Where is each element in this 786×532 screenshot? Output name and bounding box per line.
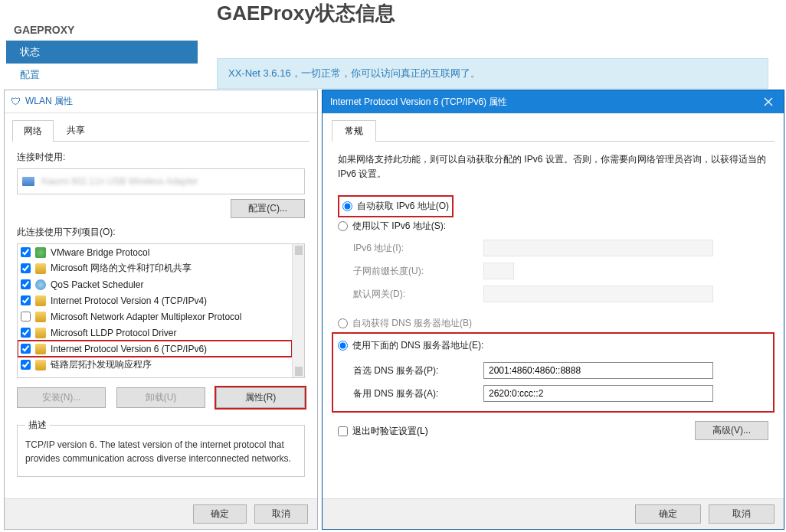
list-item[interactable]: Internet Protocol Version 4 (TCP/IPv4) bbox=[18, 292, 292, 308]
list-item-label: Internet Protocol Version 4 (TCP/IPv4) bbox=[51, 295, 207, 306]
close-icon[interactable] bbox=[753, 90, 784, 113]
component-icon bbox=[35, 312, 46, 322]
list-item-label: Microsoft 网络的文件和打印机共享 bbox=[51, 262, 192, 275]
dns-section-highlight: 使用下面的 DNS 服务器地址(E): 首选 DNS 服务器(P): 备用 DN… bbox=[332, 332, 775, 413]
configure-button[interactable]: 配置(C)... bbox=[231, 199, 305, 218]
gateway-input bbox=[483, 286, 713, 302]
properties-button[interactable]: 属性(R) bbox=[216, 387, 305, 408]
radio-manual-dns[interactable]: 使用下面的 DNS 服务器地址(E): bbox=[338, 337, 768, 354]
list-item-label: Microsoft LLDP Protocol Driver bbox=[51, 328, 177, 338]
list-item-checkbox[interactable] bbox=[21, 295, 31, 305]
preferred-dns-label: 首选 DNS 服务器(P): bbox=[353, 364, 483, 377]
validate-checkbox[interactable] bbox=[338, 426, 348, 436]
prefix-length-input bbox=[483, 263, 514, 279]
list-item[interactable]: Microsoft LLDP Protocol Driver bbox=[18, 325, 292, 341]
wlan-cancel-button[interactable]: 取消 bbox=[254, 504, 308, 524]
list-item[interactable]: QoS Packet Scheduler bbox=[18, 276, 292, 292]
list-item-checkbox[interactable] bbox=[21, 328, 31, 338]
list-item-label: VMware Bridge Protocol bbox=[51, 247, 149, 258]
radio-manual-address-label: 使用以下 IPv6 地址(S): bbox=[352, 220, 446, 233]
adapter-icon bbox=[22, 177, 34, 186]
ipv6-address-input bbox=[483, 240, 713, 256]
alt-dns-label: 备用 DNS 服务器(A): bbox=[353, 387, 483, 400]
preferred-dns-input[interactable] bbox=[483, 362, 713, 379]
radio-auto-dns-input[interactable] bbox=[338, 318, 348, 328]
status-banner: XX-Net 3.6.16，一切正常，你可以访问真正的互联网了。 bbox=[217, 58, 768, 89]
component-icon bbox=[35, 328, 46, 338]
list-item-checkbox[interactable] bbox=[21, 312, 31, 321]
wlan-ok-button[interactable]: 确定 bbox=[193, 504, 247, 524]
radio-auto-address[interactable]: 自动获取 IPv6 地址(O) bbox=[342, 197, 449, 215]
alt-dns-input[interactable] bbox=[483, 385, 713, 402]
list-item[interactable]: VMware Bridge Protocol bbox=[18, 244, 292, 260]
ipv6-title-text: Internet Protocol Version 6 (TCP/IPv6) 属… bbox=[330, 96, 507, 109]
wlan-titlebar[interactable]: 🛡 WLAN 属性 bbox=[5, 90, 317, 113]
validate-label: 退出时验证设置(L) bbox=[352, 425, 428, 438]
component-icon bbox=[35, 344, 46, 354]
component-icon bbox=[35, 279, 46, 290]
list-item-label: 链路层拓扑发现响应程序 bbox=[51, 358, 152, 371]
adapter-name: Xiaomi 802.11n USB Wireless Adapter bbox=[41, 176, 198, 187]
wlan-footer: 确定 取消 bbox=[5, 498, 317, 529]
radio-auto-address-input[interactable] bbox=[342, 201, 352, 211]
ipv6-properties-window: Internet Protocol Version 6 (TCP/IPv6) 属… bbox=[322, 90, 784, 530]
scrollbar[interactable] bbox=[292, 244, 304, 377]
ipv6-titlebar[interactable]: Internet Protocol Version 6 (TCP/IPv6) 属… bbox=[323, 90, 784, 113]
list-item-checkbox[interactable] bbox=[21, 247, 31, 257]
ipv6-tabs: 常规 bbox=[332, 119, 775, 142]
radio-auto-dns[interactable]: 自动获得 DNS 服务器地址(B) bbox=[338, 315, 768, 332]
list-item-label: Microsoft Network Adapter Multiplexor Pr… bbox=[51, 312, 241, 322]
shield-icon: 🛡 bbox=[11, 96, 21, 107]
install-button[interactable]: 安装(N)... bbox=[17, 387, 106, 408]
component-icon bbox=[35, 263, 46, 274]
list-item-checkbox[interactable] bbox=[21, 360, 31, 370]
description-fieldset: 描述 TCP/IP version 6. The latest version … bbox=[17, 419, 305, 477]
component-icon bbox=[35, 360, 46, 370]
list-item-checkbox[interactable] bbox=[21, 279, 31, 289]
component-icon bbox=[35, 247, 46, 258]
ipv6-address-label: IPv6 地址(I): bbox=[353, 242, 483, 255]
sidebar-title: GAEPROXY bbox=[6, 19, 198, 41]
ipv6-cancel-button[interactable]: 取消 bbox=[709, 504, 775, 524]
list-item[interactable]: Microsoft 网络的文件和打印机共享 bbox=[18, 260, 292, 276]
sidebar-item-status[interactable]: 状态 bbox=[6, 41, 198, 64]
radio-auto-dns-label: 自动获得 DNS 服务器地址(B) bbox=[352, 317, 472, 330]
list-item[interactable]: Microsoft Network Adapter Multiplexor Pr… bbox=[18, 308, 292, 325]
adapter-box[interactable]: Xiaomi 802.11n USB Wireless Adapter bbox=[17, 168, 305, 194]
radio-manual-dns-input[interactable] bbox=[338, 341, 348, 351]
list-item-label: Internet Protocol Version 6 (TCP/IPv6) bbox=[51, 344, 207, 354]
ipv6-info-text: 如果网络支持此功能，则可以自动获取分配的 IPv6 设置。否则，你需要向网络管理… bbox=[338, 152, 768, 181]
tab-network[interactable]: 网络 bbox=[12, 120, 54, 142]
ipv6-footer: 确定 取消 bbox=[323, 498, 784, 529]
connect-using-label: 连接时使用: bbox=[17, 151, 305, 164]
radio-auto-address-label: 自动获取 IPv6 地址(O) bbox=[357, 200, 449, 213]
gateway-label: 默认网关(D): bbox=[353, 288, 483, 301]
tab-sharing[interactable]: 共享 bbox=[55, 119, 97, 141]
wlan-title-text: WLAN 属性 bbox=[25, 95, 73, 108]
tab-general[interactable]: 常规 bbox=[332, 120, 376, 142]
list-item-checkbox[interactable] bbox=[21, 344, 31, 354]
radio-manual-address-input[interactable] bbox=[338, 221, 348, 231]
list-item[interactable]: 链路层拓扑发现响应程序 bbox=[18, 357, 292, 373]
items-label: 此连接使用下列项目(O): bbox=[17, 226, 305, 239]
list-item-checkbox[interactable] bbox=[21, 263, 31, 273]
wlan-properties-window: 🛡 WLAN 属性 网络 共享 连接时使用: Xiaomi 802.11n US… bbox=[4, 90, 318, 530]
sidebar-item-config[interactable]: 配置 bbox=[6, 64, 198, 86]
description-legend: 描述 bbox=[25, 419, 50, 432]
wlan-tabs: 网络 共享 bbox=[12, 119, 309, 142]
list-item[interactable]: Internet Protocol Version 6 (TCP/IPv6) bbox=[18, 341, 292, 357]
page-title: GAEProxy状态信息 bbox=[217, 0, 395, 27]
list-item-label: QoS Packet Scheduler bbox=[51, 279, 143, 290]
auto-address-highlight: 自动获取 IPv6 地址(O) bbox=[338, 195, 454, 217]
ipv6-ok-button[interactable]: 确定 bbox=[635, 504, 701, 524]
prefix-length-label: 子网前缀长度(U): bbox=[353, 265, 483, 278]
radio-manual-dns-label: 使用下面的 DNS 服务器地址(E): bbox=[352, 339, 483, 352]
uninstall-button[interactable]: 卸载(U) bbox=[116, 387, 205, 408]
components-list: VMware Bridge ProtocolMicrosoft 网络的文件和打印… bbox=[17, 243, 305, 378]
advanced-button[interactable]: 高级(V)... bbox=[695, 421, 768, 440]
radio-manual-address[interactable]: 使用以下 IPv6 地址(S): bbox=[338, 217, 768, 235]
description-text: TCP/IP version 6. The latest version of … bbox=[25, 438, 296, 465]
component-icon bbox=[35, 295, 46, 306]
